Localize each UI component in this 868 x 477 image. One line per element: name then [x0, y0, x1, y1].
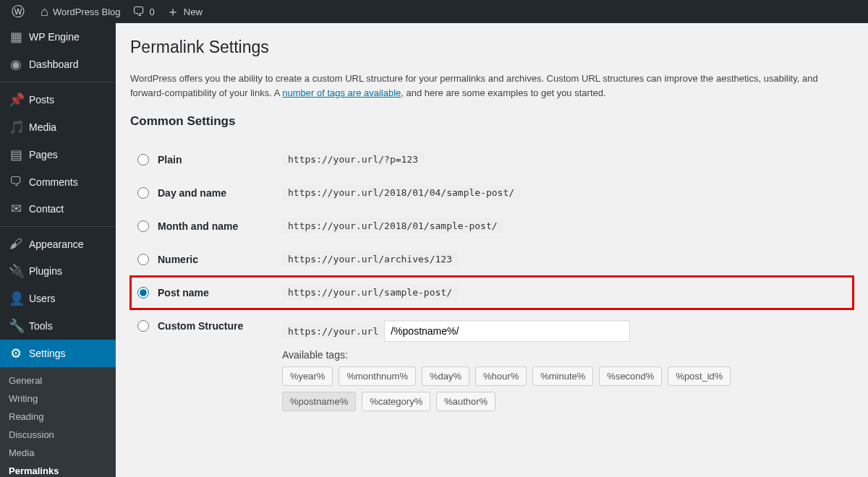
option-radio[interactable] [137, 187, 149, 199]
submenu-item-permalinks[interactable]: Permalinks [0, 462, 116, 477]
sidebar-item-posts[interactable]: 📌Posts [0, 86, 116, 113]
user-icon: 👤 [9, 291, 23, 306]
available-tags-label: Available tags: [282, 349, 846, 361]
option-example: https://your.url/2018/01/sample-post/ [282, 218, 503, 233]
new-content[interactable]: ＋New [161, 0, 208, 23]
site-name[interactable]: ⌂WordPress Blog [35, 0, 127, 23]
sliders-icon: ⚙ [9, 345, 23, 361]
permalink-option-post-name: Post namehttps://your.url/sample-post/ [130, 276, 854, 309]
page-title: Permalink Settings [130, 23, 854, 64]
sidebar-item-label: Contact [29, 203, 64, 215]
site-title-text: WordPress Blog [53, 7, 121, 17]
tag-button[interactable]: %year% [282, 366, 333, 386]
option-label[interactable]: Post name [137, 287, 268, 298]
tag-button[interactable]: %post_id% [668, 366, 731, 386]
tag-button[interactable]: %minute% [532, 366, 593, 386]
custom-structure-input[interactable] [384, 320, 630, 342]
comment-icon: 🗨 [132, 4, 145, 20]
comments-count: 0 [150, 7, 155, 17]
option-example: https://your.url/archives/123 [282, 252, 458, 267]
content-body: Permalink Settings WordPress offers you … [116, 23, 868, 437]
permalink-option-numeric: Numerichttps://your.url/archives/123 [130, 243, 854, 276]
dashboard-icon: ◉ [9, 56, 23, 72]
plug-icon: 🔌 [9, 263, 23, 279]
sidebar-item-label: Appearance [29, 239, 84, 250]
option-radio[interactable] [137, 220, 149, 232]
available-tags: %year%%monthnum%%day%%hour%%minute%%seco… [282, 366, 803, 411]
sidebar-item-label: Settings [29, 348, 66, 359]
sidebar-item-label: Plugins [29, 265, 62, 277]
tags-doc-link[interactable]: number of tags are available [282, 87, 401, 98]
option-label[interactable]: Month and name [137, 220, 268, 232]
option-label-text: Plain [158, 154, 182, 166]
sidebar-item-label: Media [29, 121, 56, 133]
sidebar-item-plugins[interactable]: 🔌Plugins [0, 257, 116, 285]
comment-icon: 🗨 [9, 174, 23, 189]
sidebar-item-label: WP Engine [29, 31, 80, 43]
custom-prefix: https://your.url [282, 324, 384, 339]
sidebar-item-media[interactable]: 🎵Media [0, 113, 116, 141]
tag-button[interactable]: %day% [422, 366, 469, 386]
option-label-text: Numeric [158, 254, 198, 265]
wp-logo[interactable]: ⓦ [6, 0, 35, 23]
sidebar-item-label: Tools [29, 320, 53, 332]
tag-button[interactable]: %monthnum% [339, 366, 416, 386]
media-icon: 🎵 [9, 119, 23, 135]
permalink-option-month-and-name: Month and namehttps://your.url/2018/01/s… [130, 210, 854, 243]
option-label[interactable]: Numeric [137, 254, 268, 265]
sidebar-item-comments[interactable]: 🗨Comments [0, 168, 116, 195]
tag-button[interactable]: %hour% [475, 366, 527, 386]
option-label-text: Month and name [158, 220, 238, 232]
sidebar-item-label: Comments [29, 176, 78, 188]
sidebar-item-label: Users [29, 293, 56, 304]
plus-icon: ＋ [166, 3, 179, 20]
option-example: https://your.url/2018/01/04/sample-post/ [282, 185, 520, 200]
sidebar-item-settings[interactable]: ⚙Settings [0, 340, 116, 367]
pin-icon: 📌 [9, 92, 23, 108]
tag-button[interactable]: %author% [436, 392, 495, 411]
home-icon: ⌂ [41, 4, 48, 20]
sidebar-item-appearance[interactable]: 🖌Appearance [0, 231, 116, 257]
option-label[interactable]: Plain [137, 154, 268, 166]
option-example: https://your.url/?p=123 [282, 152, 424, 167]
wrench-icon: 🔧 [9, 318, 23, 334]
sidebar-item-pages[interactable]: ▤Pages [0, 141, 116, 168]
tag-button[interactable]: %second% [599, 366, 662, 386]
page-icon: ▤ [9, 147, 23, 163]
permalink-option-custom-structure: Custom Structurehttps://your.urlAvailabl… [130, 309, 854, 422]
brush-icon: 🖌 [9, 236, 23, 252]
tag-button[interactable]: %category% [362, 392, 430, 411]
sidebar-item-label: Pages [29, 149, 58, 160]
admin-sidebar: ▦WP Engine◉Dashboard📌Posts🎵Media▤Pages🗨C… [0, 23, 116, 477]
tag-button[interactable]: %postname% [282, 392, 356, 411]
submenu-item-media[interactable]: Media [0, 444, 116, 462]
option-label[interactable]: Day and name [137, 187, 268, 199]
wordpress-icon: ⓦ [12, 3, 25, 20]
option-label[interactable]: Custom Structure [137, 320, 268, 332]
option-radio[interactable] [137, 287, 149, 298]
option-label-text: Custom Structure [158, 320, 243, 332]
new-label: New [184, 7, 203, 17]
permalink-option-day-and-name: Day and namehttps://your.url/2018/01/04/… [130, 176, 854, 210]
option-example: https://your.url/sample-post/ [282, 285, 458, 300]
sidebar-item-users[interactable]: 👤Users [0, 285, 116, 312]
sidebar-item-contact[interactable]: ✉Contact [0, 195, 116, 223]
option-label-text: Post name [158, 287, 209, 298]
sidebar-item-tools[interactable]: 🔧Tools [0, 312, 116, 340]
option-label-text: Day and name [158, 187, 226, 199]
comments-bubble[interactable]: 🗨0 [127, 0, 161, 23]
submenu-item-writing[interactable]: Writing [0, 390, 116, 408]
submenu-item-reading[interactable]: Reading [0, 408, 116, 426]
submenu-item-discussion[interactable]: Discussion [0, 426, 116, 444]
page-description: WordPress offers you the ability to crea… [130, 72, 854, 100]
option-radio[interactable] [137, 320, 149, 332]
submenu-item-general[interactable]: General [0, 371, 116, 390]
permalink-options-table: Plainhttps://your.url/?p=123Day and name… [130, 143, 854, 422]
section-heading: Common Settings [130, 114, 854, 129]
option-radio[interactable] [137, 154, 149, 166]
admin-bar: ⓦ ⌂WordPress Blog 🗨0 ＋New [0, 0, 868, 23]
sidebar-item-wp-engine[interactable]: ▦WP Engine [0, 23, 116, 51]
option-radio[interactable] [137, 254, 149, 265]
sidebar-item-dashboard[interactable]: ◉Dashboard [0, 51, 116, 78]
desc-text-post: , and here are some examples to get you … [401, 87, 605, 98]
